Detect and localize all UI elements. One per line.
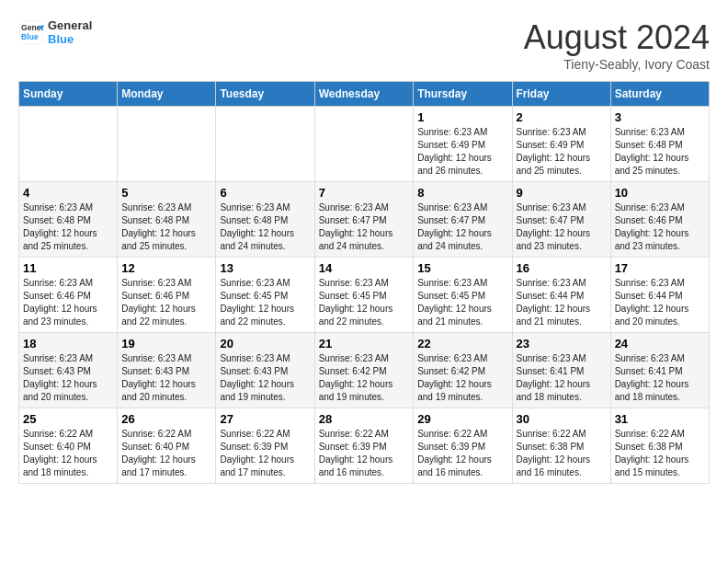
calendar-table: SundayMondayTuesdayWednesdayThursdayFrid… (18, 81, 710, 484)
day-number: 21 (319, 337, 410, 350)
calendar-cell: 18Sunrise: 6:23 AMSunset: 6:43 PMDayligh… (19, 333, 118, 408)
calendar-cell (118, 107, 216, 182)
day-number: 28 (319, 412, 410, 426)
header-wednesday: Wednesday (314, 82, 414, 107)
calendar-cell: 28Sunrise: 6:22 AMSunset: 6:39 PMDayligh… (314, 408, 414, 484)
day-number: 23 (517, 337, 607, 350)
calendar-cell: 31Sunrise: 6:22 AMSunset: 6:38 PMDayligh… (610, 408, 709, 484)
day-number: 16 (517, 261, 607, 275)
calendar-cell: 20Sunrise: 6:23 AMSunset: 6:43 PMDayligh… (216, 333, 314, 408)
day-number: 29 (417, 412, 507, 426)
day-info: Sunrise: 6:23 AMSunset: 6:47 PMDaylight:… (417, 201, 507, 253)
day-info: Sunrise: 6:23 AMSunset: 6:45 PMDaylight:… (220, 277, 310, 328)
header-row: SundayMondayTuesdayWednesdayThursdayFrid… (19, 82, 710, 107)
week-row-0: 1Sunrise: 6:23 AMSunset: 6:49 PMDaylight… (19, 107, 710, 182)
calendar-cell: 1Sunrise: 6:23 AMSunset: 6:49 PMDaylight… (414, 107, 512, 182)
day-info: Sunrise: 6:22 AMSunset: 6:39 PMDaylight:… (220, 428, 310, 479)
calendar-cell: 16Sunrise: 6:23 AMSunset: 6:44 PMDayligh… (512, 258, 610, 333)
header-monday: Monday (118, 82, 216, 107)
calendar-cell: 13Sunrise: 6:23 AMSunset: 6:45 PMDayligh… (216, 258, 314, 333)
calendar-cell: 23Sunrise: 6:23 AMSunset: 6:41 PMDayligh… (512, 333, 610, 408)
day-info: Sunrise: 6:23 AMSunset: 6:49 PMDaylight:… (417, 126, 507, 178)
week-row-2: 11Sunrise: 6:23 AMSunset: 6:46 PMDayligh… (19, 258, 710, 333)
day-number: 20 (220, 337, 310, 350)
day-info: Sunrise: 6:23 AMSunset: 6:46 PMDaylight:… (121, 277, 211, 328)
calendar-cell (19, 107, 118, 182)
header-saturday: Saturday (610, 82, 709, 107)
day-info: Sunrise: 6:22 AMSunset: 6:40 PMDaylight:… (23, 428, 113, 479)
header-thursday: Thursday (414, 82, 512, 107)
calendar-cell: 27Sunrise: 6:22 AMSunset: 6:39 PMDayligh… (216, 408, 314, 484)
day-info: Sunrise: 6:23 AMSunset: 6:48 PMDaylight:… (121, 201, 211, 253)
header-tuesday: Tuesday (216, 82, 314, 107)
calendar-cell: 2Sunrise: 6:23 AMSunset: 6:49 PMDaylight… (512, 107, 610, 182)
calendar-cell: 8Sunrise: 6:23 AMSunset: 6:47 PMDaylight… (414, 182, 512, 258)
calendar-cell: 26Sunrise: 6:22 AMSunset: 6:40 PMDayligh… (118, 408, 216, 484)
day-number: 4 (23, 186, 113, 200)
day-number: 17 (615, 261, 705, 275)
calendar-cell: 11Sunrise: 6:23 AMSunset: 6:46 PMDayligh… (19, 258, 118, 333)
day-info: Sunrise: 6:23 AMSunset: 6:44 PMDaylight:… (615, 277, 705, 328)
day-info: Sunrise: 6:23 AMSunset: 6:41 PMDaylight:… (517, 352, 607, 404)
day-number: 12 (121, 261, 211, 275)
calendar-cell: 21Sunrise: 6:23 AMSunset: 6:42 PMDayligh… (314, 333, 414, 408)
calendar-cell: 10Sunrise: 6:23 AMSunset: 6:46 PMDayligh… (610, 182, 709, 258)
day-number: 10 (615, 186, 705, 200)
day-info: Sunrise: 6:23 AMSunset: 6:43 PMDaylight:… (220, 352, 310, 404)
page-header: General Blue General Blue August 2024 Ti… (18, 18, 710, 72)
title-block: August 2024 Tieny-Seably, Ivory Coast (524, 18, 710, 72)
day-info: Sunrise: 6:22 AMSunset: 6:38 PMDaylight:… (615, 428, 705, 479)
week-row-1: 4Sunrise: 6:23 AMSunset: 6:48 PMDaylight… (19, 182, 710, 258)
day-info: Sunrise: 6:22 AMSunset: 6:39 PMDaylight:… (417, 428, 507, 479)
day-info: Sunrise: 6:23 AMSunset: 6:42 PMDaylight:… (319, 352, 410, 404)
day-info: Sunrise: 6:23 AMSunset: 6:42 PMDaylight:… (417, 352, 507, 404)
calendar-cell: 5Sunrise: 6:23 AMSunset: 6:48 PMDaylight… (118, 182, 216, 258)
calendar-cell: 9Sunrise: 6:23 AMSunset: 6:47 PMDaylight… (512, 182, 610, 258)
calendar-cell (314, 107, 414, 182)
calendar-cell: 7Sunrise: 6:23 AMSunset: 6:47 PMDaylight… (314, 182, 414, 258)
day-info: Sunrise: 6:23 AMSunset: 6:46 PMDaylight:… (23, 277, 113, 328)
calendar-cell: 24Sunrise: 6:23 AMSunset: 6:41 PMDayligh… (610, 333, 709, 408)
calendar-cell: 19Sunrise: 6:23 AMSunset: 6:43 PMDayligh… (118, 333, 216, 408)
day-info: Sunrise: 6:23 AMSunset: 6:49 PMDaylight:… (517, 126, 607, 178)
calendar-cell (216, 107, 314, 182)
calendar-cell: 12Sunrise: 6:23 AMSunset: 6:46 PMDayligh… (118, 258, 216, 333)
calendar-cell: 14Sunrise: 6:23 AMSunset: 6:45 PMDayligh… (314, 258, 414, 333)
day-number: 14 (319, 261, 410, 275)
day-info: Sunrise: 6:23 AMSunset: 6:47 PMDaylight:… (319, 201, 410, 253)
day-number: 5 (121, 186, 211, 200)
day-info: Sunrise: 6:23 AMSunset: 6:46 PMDaylight:… (615, 201, 705, 253)
calendar-body: 1Sunrise: 6:23 AMSunset: 6:49 PMDaylight… (19, 107, 710, 484)
day-number: 11 (23, 261, 113, 275)
day-number: 19 (121, 337, 211, 350)
day-number: 25 (23, 412, 113, 426)
day-info: Sunrise: 6:22 AMSunset: 6:38 PMDaylight:… (517, 428, 607, 479)
day-number: 8 (417, 186, 507, 200)
location: Tieny-Seably, Ivory Coast (524, 57, 710, 72)
calendar-cell: 6Sunrise: 6:23 AMSunset: 6:48 PMDaylight… (216, 182, 314, 258)
logo: General Blue General Blue (18, 18, 92, 46)
week-row-4: 25Sunrise: 6:22 AMSunset: 6:40 PMDayligh… (19, 408, 710, 484)
calendar-header: SundayMondayTuesdayWednesdayThursdayFrid… (19, 82, 710, 107)
logo-text-general: General (48, 18, 92, 32)
day-number: 9 (517, 186, 607, 200)
calendar-cell: 29Sunrise: 6:22 AMSunset: 6:39 PMDayligh… (414, 408, 512, 484)
day-number: 26 (121, 412, 211, 426)
logo-icon: General Blue (18, 19, 44, 45)
day-info: Sunrise: 6:22 AMSunset: 6:40 PMDaylight:… (121, 428, 211, 479)
day-number: 24 (615, 337, 705, 350)
day-number: 6 (220, 186, 310, 200)
day-number: 2 (517, 110, 607, 124)
calendar-cell: 25Sunrise: 6:22 AMSunset: 6:40 PMDayligh… (19, 408, 118, 484)
day-info: Sunrise: 6:23 AMSunset: 6:43 PMDaylight:… (23, 352, 113, 404)
svg-text:Blue: Blue (21, 32, 39, 41)
calendar-cell: 4Sunrise: 6:23 AMSunset: 6:48 PMDaylight… (19, 182, 118, 258)
day-number: 22 (417, 337, 507, 350)
calendar-cell: 22Sunrise: 6:23 AMSunset: 6:42 PMDayligh… (414, 333, 512, 408)
calendar-cell: 3Sunrise: 6:23 AMSunset: 6:48 PMDaylight… (610, 107, 709, 182)
day-info: Sunrise: 6:23 AMSunset: 6:47 PMDaylight:… (517, 201, 607, 253)
day-number: 7 (319, 186, 410, 200)
day-info: Sunrise: 6:23 AMSunset: 6:48 PMDaylight:… (23, 201, 113, 253)
day-info: Sunrise: 6:23 AMSunset: 6:41 PMDaylight:… (615, 352, 705, 404)
day-info: Sunrise: 6:23 AMSunset: 6:48 PMDaylight:… (615, 126, 705, 178)
